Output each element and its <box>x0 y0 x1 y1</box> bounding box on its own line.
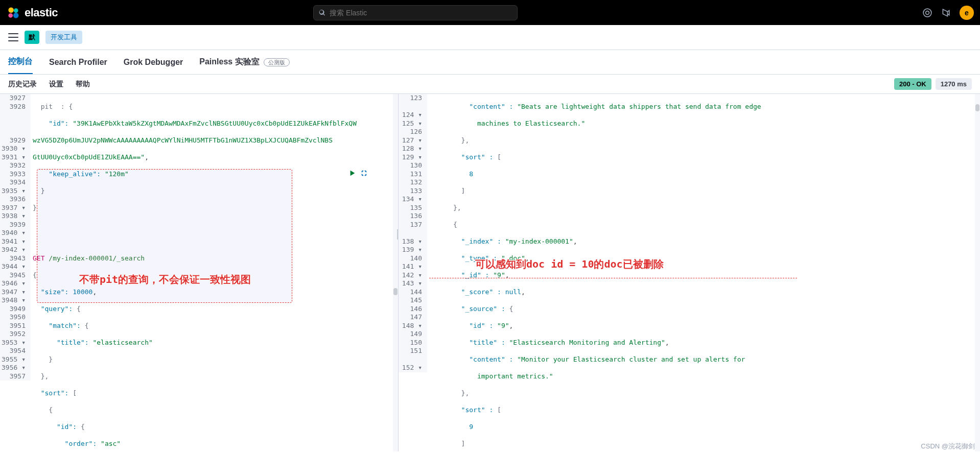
response-scrollbar[interactable] <box>975 94 980 451</box>
user-avatar[interactable]: e <box>960 6 974 20</box>
response-status: 200 - OK <box>894 78 931 90</box>
svg-point-3 <box>13 13 19 18</box>
nav-toolbar: 默 开发工具 <box>0 25 980 50</box>
elastic-logo-icon <box>6 6 20 20</box>
brand-logo[interactable]: elastic <box>6 6 58 20</box>
watermark: CSDN @浣花御剑 <box>921 442 975 451</box>
breadcrumb-devtools[interactable]: 开发工具 <box>45 31 82 44</box>
svg-point-0 <box>8 7 14 13</box>
request-code[interactable]: pit : { "id": "39K1AwEPbXktaW5kZXgtMDAwM… <box>31 94 398 451</box>
request-scrollbar[interactable] <box>393 94 398 451</box>
beta-badge: 公测版 <box>264 58 290 66</box>
subtab-settings[interactable]: 设置 <box>49 80 63 89</box>
response-gutter: 123124 ▾125 ▾126127 ▾128 ▾129 ▾130131132… <box>399 94 427 372</box>
subtab-history[interactable]: 历史记录 <box>8 80 37 89</box>
console-split: 3927392839293930 ▾3931 ▾3932393339343935… <box>0 94 980 451</box>
newsfeed-icon[interactable] <box>941 8 950 17</box>
response-time: 1270 ms <box>936 78 972 90</box>
search-icon <box>319 9 325 16</box>
global-search[interactable] <box>313 5 518 20</box>
brand-text: elastic <box>25 6 58 19</box>
space-badge[interactable]: 默 <box>25 31 39 44</box>
request-actions <box>349 170 367 179</box>
global-search-input[interactable] <box>330 9 512 17</box>
request-gutter: 3927392839293930 ▾3931 ▾3932393339343935… <box>0 94 31 380</box>
svg-point-4 <box>923 9 931 17</box>
app-header: elastic e <box>0 0 980 25</box>
svg-point-1 <box>14 8 18 13</box>
devtools-tabs: 控制台 Search Profiler Grok Debugger Painle… <box>0 50 980 75</box>
request-options-icon[interactable] <box>360 170 367 179</box>
annotation-divider <box>429 278 797 278</box>
nav-menu-toggle[interactable] <box>8 33 18 41</box>
response-code: "content" : "Beats are lightweight data … <box>427 94 980 451</box>
help-icon[interactable] <box>923 8 932 17</box>
request-editor[interactable]: 3927392839293930 ▾3931 ▾3932393339343935… <box>0 94 399 451</box>
run-request-icon[interactable] <box>349 170 356 179</box>
svg-point-2 <box>8 13 13 17</box>
svg-point-5 <box>926 11 929 14</box>
tab-search-profiler[interactable]: Search Profiler <box>49 52 107 73</box>
subtab-help[interactable]: 帮助 <box>76 80 90 89</box>
tab-console[interactable]: 控制台 <box>8 50 33 74</box>
console-subtabs: 历史记录 设置 帮助 200 - OK 1270 ms <box>0 75 980 94</box>
tab-painless-lab[interactable]: Painless 实验室 公测版 <box>199 51 290 74</box>
response-viewer[interactable]: 123124 ▾125 ▾126127 ▾128 ▾129 ▾130131132… <box>399 94 980 451</box>
header-actions: e <box>923 6 974 20</box>
tab-grok-debugger[interactable]: Grok Debugger <box>124 52 183 73</box>
